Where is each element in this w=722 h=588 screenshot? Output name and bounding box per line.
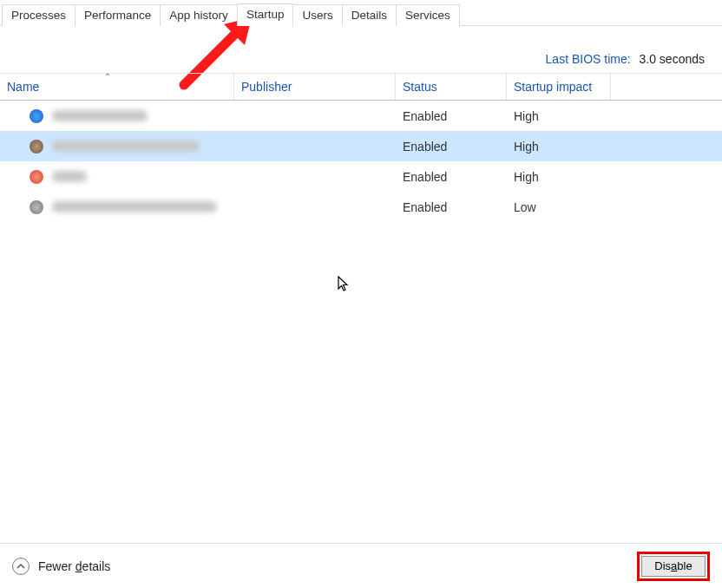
startup-row[interactable]: EnabledHigh [0, 101, 722, 131]
disable-button-label: Disable [654, 559, 692, 572]
fewer-details-button[interactable]: Fewer details [12, 558, 110, 575]
tab-users[interactable]: Users [292, 4, 342, 26]
sort-indicator-icon: ⌃ [104, 72, 111, 82]
cell-name [0, 170, 234, 184]
tab-processes[interactable]: Processes [2, 4, 75, 26]
annotation-highlight-box: Disable [637, 552, 710, 581]
cell-impact: High [507, 140, 611, 154]
startup-list: EnabledHighEnabledHighEnabledHighEnabled… [0, 101, 722, 222]
app-name-redacted [52, 140, 200, 152]
cell-status: Enabled [396, 170, 507, 184]
app-icon [30, 140, 43, 154]
startup-row[interactable]: EnabledHigh [0, 131, 722, 161]
column-header-publisher[interactable]: Publisher [234, 74, 396, 100]
cell-impact: High [507, 170, 611, 184]
chevron-up-circle-icon [12, 558, 30, 575]
cell-status: Enabled [396, 109, 507, 123]
app-icon [30, 170, 43, 184]
cell-name [0, 109, 234, 123]
bios-time-row: Last BIOS time: 3.0 seconds [0, 26, 722, 73]
cell-status: Enabled [396, 140, 507, 154]
tab-startup[interactable]: Startup [237, 3, 294, 26]
app-name-redacted [52, 171, 87, 182]
column-header-status[interactable]: Status [396, 74, 507, 100]
column-headers: ⌃ Name Publisher Status Startup impact [0, 73, 722, 101]
column-header-name[interactable]: Name [0, 74, 234, 100]
footer-bar: Fewer details Disable [0, 543, 722, 588]
bios-time-label: Last BIOS time: [546, 52, 631, 66]
cell-impact: High [507, 109, 611, 123]
startup-row[interactable]: EnabledLow [0, 192, 722, 222]
app-name-redacted [52, 201, 217, 212]
mouse-cursor-icon [338, 276, 351, 297]
app-name-redacted [52, 110, 148, 121]
tab-strip: ProcessesPerformanceApp historyStartupUs… [0, 0, 722, 26]
column-header-impact[interactable]: Startup impact [507, 74, 611, 100]
app-icon [30, 200, 43, 214]
app-icon [30, 109, 43, 123]
tab-app-history[interactable]: App history [160, 4, 238, 26]
bios-time-value: 3.0 seconds [640, 52, 706, 66]
tab-services[interactable]: Services [396, 4, 460, 26]
tab-details[interactable]: Details [342, 4, 397, 26]
cell-name [0, 140, 234, 154]
cell-name [0, 200, 234, 214]
disable-button[interactable]: Disable [641, 556, 706, 577]
cell-impact: Low [507, 200, 611, 214]
tab-performance[interactable]: Performance [75, 4, 161, 26]
startup-row[interactable]: EnabledHigh [0, 161, 722, 192]
fewer-details-label: Fewer details [38, 559, 110, 573]
cell-status: Enabled [396, 200, 507, 214]
